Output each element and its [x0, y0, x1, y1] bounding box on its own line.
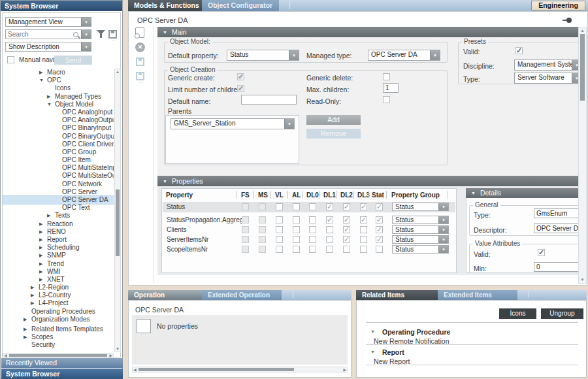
- scroll-down-icon[interactable]: ▼: [115, 347, 120, 351]
- column-header-property-group[interactable]: Property Group: [391, 191, 440, 199]
- search-input[interactable]: [6, 30, 72, 39]
- scrollbar-thumb[interactable]: [580, 34, 585, 101]
- chevron-down-icon[interactable]: ▼: [81, 18, 91, 26]
- tab-operation[interactable]: Operation: [128, 290, 202, 300]
- ungroup-button[interactable]: Ungroup: [541, 308, 583, 319]
- expand-arrow-icon[interactable]: ▶: [24, 317, 27, 322]
- flag-checkbox-vl[interactable]: [276, 216, 283, 223]
- flag-checkbox-dl2[interactable]: [343, 226, 350, 233]
- property-group-dropdown[interactable]: Status▼: [392, 203, 449, 211]
- tree-item-opc-binaryinput[interactable]: OPC BinaryInput: [3, 124, 114, 132]
- tree-item-snmp[interactable]: ▶SNMP: [3, 252, 114, 259]
- icons-button[interactable]: Icons: [499, 308, 536, 319]
- chevron-down-icon[interactable]: ▼: [81, 30, 91, 39]
- chevron-down-icon[interactable]: ▼: [81, 42, 91, 51]
- tree-item-opc-server-da[interactable]: OPC Server DA: [3, 196, 114, 204]
- column-header-ms[interactable]: MS: [258, 191, 268, 199]
- tree-item-macro[interactable]: ▶Macro: [3, 69, 114, 76]
- tree-item-icons[interactable]: Icons: [3, 84, 114, 92]
- property-row-serveritemsnr[interactable]: ServerItemsNrStatus▼: [163, 235, 455, 244]
- related-group-title-report[interactable]: Report: [382, 348, 404, 356]
- recently-viewed-bar[interactable]: Recently Viewed: [1, 358, 123, 368]
- tree-item-trend[interactable]: ▶Trend: [3, 260, 114, 268]
- flag-checkbox-dl1[interactable]: [326, 246, 333, 253]
- tree-item-scopes[interactable]: ▶Scopes: [3, 333, 114, 341]
- tab-models-functions[interactable]: Models & Functions: [128, 0, 202, 11]
- collapse-arrow-icon[interactable]: ▼: [370, 329, 375, 335]
- tab-extended-operation[interactable]: Extended Operation: [202, 290, 282, 300]
- tree-item-opc-group[interactable]: OPC Group: [3, 148, 114, 156]
- tree-item-opc-multistateoutput[interactable]: OPC MultiStateOutput: [3, 172, 114, 180]
- chevron-down-icon[interactable]: ▼: [438, 236, 448, 243]
- flag-checkbox-al[interactable]: [293, 236, 300, 243]
- min-input[interactable]: [534, 262, 579, 272]
- property-group-dropdown[interactable]: Status▼: [392, 216, 449, 224]
- flag-checkbox-dl1[interactable]: [326, 236, 333, 243]
- tab-related-items[interactable]: Related Items: [356, 290, 438, 300]
- flag-checkbox-dl3[interactable]: [360, 216, 367, 223]
- manual-navigation-checkbox[interactable]: [7, 56, 14, 63]
- flag-checkbox-dl0[interactable]: [309, 246, 316, 253]
- remove-parent-button[interactable]: Remove: [306, 129, 361, 139]
- scroll-right-icon[interactable]: ▶: [109, 354, 112, 357]
- max-children-input[interactable]: [383, 83, 399, 93]
- descriptor-input[interactable]: [534, 223, 579, 233]
- details-header[interactable]: ▼Details: [466, 188, 579, 198]
- collapse-arrow-icon[interactable]: ▼: [471, 188, 476, 198]
- tree-item-security[interactable]: Security: [3, 341, 114, 349]
- tree-item-wmi[interactable]: ▶WMI: [3, 268, 114, 276]
- flag-checkbox-dl3[interactable]: [360, 236, 367, 243]
- generic-delete-checkbox[interactable]: [383, 73, 390, 80]
- flag-checkbox-dl3[interactable]: [360, 203, 367, 210]
- expand-arrow-icon[interactable]: ▶: [39, 222, 42, 227]
- tree-item-organization-modes[interactable]: ▶Organization Modes: [3, 316, 114, 323]
- expand-arrow-icon[interactable]: ▶: [39, 245, 42, 250]
- chevron-down-icon[interactable]: ▼: [289, 50, 299, 60]
- column-header-dl1[interactable]: DL1: [323, 191, 336, 199]
- related-group-title-operating-procedure[interactable]: Operating Procedure: [382, 328, 450, 336]
- detail-type-input[interactable]: [534, 208, 579, 218]
- tree-item-reno[interactable]: ▶RENO: [3, 228, 114, 236]
- expand-arrow-icon[interactable]: ▶: [31, 301, 34, 306]
- tree-item-operating-procedures[interactable]: Operating Procedures: [3, 308, 114, 316]
- scroll-down-icon[interactable]: ▼: [579, 278, 586, 282]
- main-section-header[interactable]: ▼Main: [157, 27, 579, 37]
- chevron-down-icon[interactable]: ▼: [284, 119, 294, 129]
- new-object-icon[interactable]: [135, 27, 144, 38]
- discipline-dropdown[interactable]: Management System ▼: [514, 59, 579, 71]
- expand-arrow-icon[interactable]: ▶: [31, 285, 34, 290]
- default-property-dropdown[interactable]: Status ▼: [227, 50, 299, 61]
- tree-item-l2-region[interactable]: ▶L2-Region: [3, 284, 114, 291]
- property-row-status[interactable]: StatusStatus▼: [163, 202, 455, 212]
- chevron-down-icon[interactable]: ▼: [430, 50, 440, 60]
- scroll-up-icon[interactable]: ▲: [115, 70, 120, 74]
- flag-checkbox-dl0[interactable]: [309, 226, 316, 233]
- tree-item-scheduling[interactable]: ▶Scheduling: [3, 244, 114, 252]
- flag-checkbox-stat[interactable]: [376, 203, 383, 210]
- flag-checkbox-dl1[interactable]: [326, 226, 333, 233]
- chevron-down-icon[interactable]: ▼: [438, 246, 448, 253]
- flag-checkbox-al[interactable]: [293, 246, 300, 253]
- tree-item-opc-item[interactable]: OPC Item: [3, 156, 114, 164]
- flag-checkbox-al[interactable]: [293, 203, 300, 210]
- expand-arrow-icon[interactable]: ▶: [24, 335, 27, 340]
- managed-type-dropdown[interactable]: OPC Server DA ▼: [368, 50, 440, 61]
- flag-checkbox-dl2[interactable]: [343, 246, 350, 253]
- scrollbar-thumb[interactable]: [9, 354, 107, 357]
- tree-item-opc-analoginput[interactable]: OPC AnalogInput: [3, 108, 114, 116]
- expand-arrow-icon[interactable]: ▶: [31, 293, 34, 298]
- expand-arrow-icon[interactable]: ▶: [39, 277, 42, 282]
- pin-icon[interactable]: [563, 18, 572, 23]
- column-header-fs[interactable]: FS: [241, 191, 250, 199]
- search-box[interactable]: ▼: [5, 29, 91, 39]
- flag-checkbox-dl0[interactable]: [309, 203, 316, 210]
- expand-arrow-icon[interactable]: ▶: [47, 94, 50, 99]
- chevron-down-icon[interactable]: ▼: [438, 226, 448, 233]
- property-group-dropdown[interactable]: Status▼: [392, 245, 449, 254]
- tree-item-opc-text[interactable]: OPC Text: [3, 204, 114, 212]
- column-header-property[interactable]: Property: [166, 191, 193, 199]
- tree-item-report[interactable]: ▶Report: [3, 236, 114, 244]
- collapse-arrow-icon[interactable]: ▼: [47, 102, 52, 107]
- tree-item-related-items-templates[interactable]: ▶Related Items Templates: [3, 325, 114, 333]
- tree-item-texts[interactable]: ▶Texts: [3, 212, 114, 220]
